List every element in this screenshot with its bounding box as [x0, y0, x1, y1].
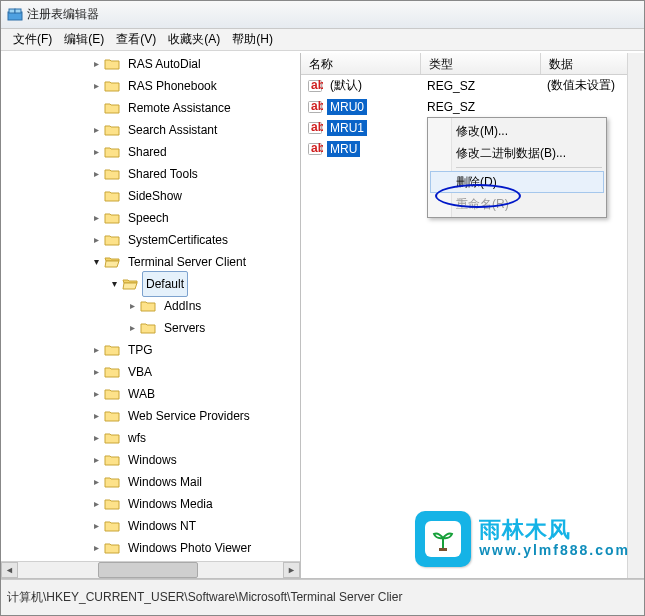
tree-node-label: Servers — [160, 315, 209, 341]
folder-icon — [104, 188, 120, 204]
tree-horizontal-scrollbar[interactable]: ◄ ► — [1, 561, 300, 578]
tree-node[interactable]: ▸Speech — [1, 207, 300, 229]
folder-icon — [104, 540, 120, 556]
scroll-right-button[interactable]: ► — [283, 562, 300, 578]
folder-icon — [104, 342, 120, 358]
menu-edit[interactable]: 编辑(E) — [58, 29, 110, 50]
title-bar: 注册表编辑器 — [1, 1, 644, 29]
folder-open-icon — [122, 276, 138, 292]
sprout-icon — [425, 521, 461, 557]
expand-icon[interactable]: ▸ — [91, 389, 102, 400]
expand-icon[interactable]: ▸ — [127, 301, 138, 312]
menu-file[interactable]: 文件(F) — [7, 29, 58, 50]
window-title: 注册表编辑器 — [27, 6, 99, 23]
expand-icon[interactable]: ▸ — [91, 147, 102, 158]
tree-node[interactable]: ▸AddIns — [1, 295, 300, 317]
context-menu-item[interactable]: 修改二进制数据(B)... — [430, 142, 604, 164]
collapse-icon[interactable]: ▾ — [91, 257, 102, 268]
expand-icon[interactable]: ▸ — [91, 477, 102, 488]
folder-icon — [104, 144, 120, 160]
tree-node[interactable]: ▸TPG — [1, 339, 300, 361]
svg-rect-11 — [439, 548, 447, 551]
tree-node[interactable]: ▸Shared — [1, 141, 300, 163]
collapse-icon[interactable]: ▾ — [109, 279, 120, 290]
value-type: REG_SZ — [421, 100, 541, 114]
expand-icon[interactable]: ▸ — [91, 81, 102, 92]
tree-node[interactable]: ▸Windows Mail — [1, 471, 300, 493]
expand-icon[interactable]: ▸ — [91, 125, 102, 136]
tree-node[interactable]: ▸Windows Media — [1, 493, 300, 515]
folder-icon — [104, 386, 120, 402]
column-header-name[interactable]: 名称 — [301, 53, 421, 74]
context-menu-item[interactable]: 删除(D) — [430, 171, 604, 193]
tree-node[interactable]: ▾Default — [1, 273, 300, 295]
column-header-type[interactable]: 类型 — [421, 53, 541, 74]
svg-text:ab: ab — [311, 78, 323, 92]
value-row[interactable]: abMRU0REG_SZ — [301, 96, 644, 117]
expand-icon[interactable]: ▸ — [91, 433, 102, 444]
expand-icon[interactable]: ▸ — [91, 213, 102, 224]
expand-icon[interactable]: ▸ — [127, 323, 138, 334]
folder-icon — [140, 320, 156, 336]
menu-view[interactable]: 查看(V) — [110, 29, 162, 50]
context-menu-item[interactable]: 修改(M)... — [430, 120, 604, 142]
expand-icon[interactable]: ▸ — [91, 455, 102, 466]
tree-node[interactable]: ▸Windows NT — [1, 515, 300, 537]
expand-icon[interactable]: ▸ — [91, 345, 102, 356]
list-vertical-scrollbar[interactable] — [627, 53, 644, 578]
folder-icon — [104, 232, 120, 248]
folder-icon — [104, 56, 120, 72]
scroll-left-button[interactable]: ◄ — [1, 562, 18, 578]
tree-node[interactable]: ▸WAB — [1, 383, 300, 405]
expand-icon[interactable]: ▸ — [91, 543, 102, 554]
expand-icon[interactable]: ▸ — [91, 499, 102, 510]
tree-pane: ▸RAS AutoDial▸RAS PhonebookRemote Assist… — [1, 53, 301, 578]
menu-help[interactable]: 帮助(H) — [226, 29, 279, 50]
tree-node[interactable]: ▸Search Assistant — [1, 119, 300, 141]
menu-bar: 文件(F) 编辑(E) 查看(V) 收藏夹(A) 帮助(H) — [1, 29, 644, 51]
folder-icon — [104, 496, 120, 512]
tree-node[interactable]: ▸RAS Phonebook — [1, 75, 300, 97]
tree-node[interactable]: ▸Windows Photo Viewer — [1, 537, 300, 559]
column-headers[interactable]: 名称 类型 数据 — [301, 53, 644, 75]
registry-tree[interactable]: ▸RAS AutoDial▸RAS PhonebookRemote Assist… — [1, 53, 300, 561]
expand-icon[interactable]: ▸ — [91, 235, 102, 246]
tree-node[interactable]: ▸Web Service Providers — [1, 405, 300, 427]
tree-node[interactable]: ▾Terminal Server Client — [1, 251, 300, 273]
string-value-icon: ab — [307, 99, 323, 115]
expand-icon[interactable]: ▸ — [91, 59, 102, 70]
value-type: REG_SZ — [421, 79, 541, 93]
svg-rect-2 — [15, 9, 21, 13]
svg-text:ab: ab — [311, 141, 323, 155]
tree-node[interactable]: ▸Shared Tools — [1, 163, 300, 185]
regedit-icon — [7, 7, 23, 23]
tree-node[interactable]: ▸RAS AutoDial — [1, 53, 300, 75]
tree-node[interactable]: ▸VBA — [1, 361, 300, 383]
tree-node[interactable]: ▸wfs — [1, 427, 300, 449]
expand-icon[interactable]: ▸ — [91, 411, 102, 422]
status-bar: 计算机\HKEY_CURRENT_USER\Software\Microsoft… — [1, 579, 644, 615]
expand-icon[interactable]: ▸ — [91, 169, 102, 180]
value-row[interactable]: ab(默认)REG_SZ(数值未设置) — [301, 75, 644, 96]
tree-node[interactable]: ▸Windows — [1, 449, 300, 471]
context-menu: 修改(M)...修改二进制数据(B)...删除(D)重命名(R) — [427, 117, 607, 218]
tree-node[interactable]: ▸Servers — [1, 317, 300, 339]
string-value-icon: ab — [307, 78, 323, 94]
expand-icon[interactable]: ▸ — [91, 521, 102, 532]
folder-icon — [104, 78, 120, 94]
menu-favorites[interactable]: 收藏夹(A) — [162, 29, 226, 50]
scroll-thumb[interactable] — [98, 562, 199, 578]
no-toggle — [91, 191, 102, 202]
tree-node[interactable]: ▸SystemCertificates — [1, 229, 300, 251]
folder-icon — [104, 430, 120, 446]
tree-node[interactable]: Remote Assistance — [1, 97, 300, 119]
tree-node[interactable]: SideShow — [1, 185, 300, 207]
watermark: 雨林木风 www.ylmf888.com — [415, 511, 630, 567]
folder-icon — [104, 408, 120, 424]
scroll-track[interactable] — [18, 562, 283, 578]
folder-icon — [104, 210, 120, 226]
watermark-badge — [415, 511, 471, 567]
folder-icon — [104, 364, 120, 380]
folder-icon — [104, 166, 120, 182]
expand-icon[interactable]: ▸ — [91, 367, 102, 378]
